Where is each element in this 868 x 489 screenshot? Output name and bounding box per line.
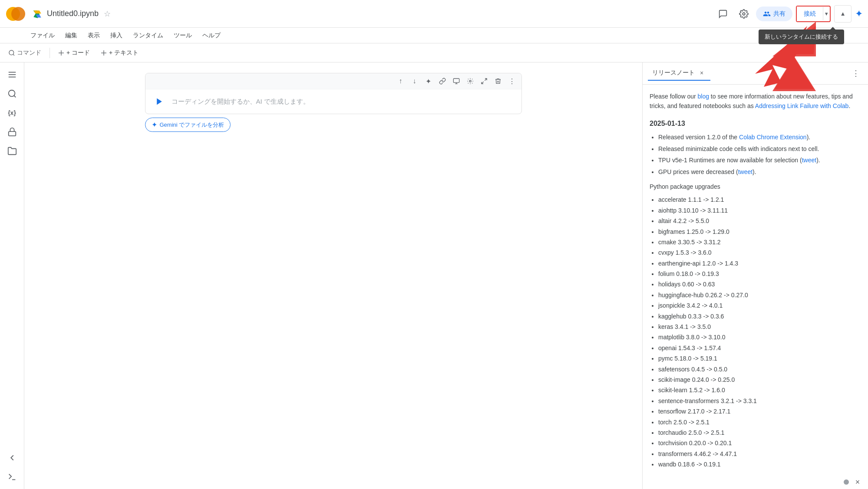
- cell-placeholder[interactable]: コーディングを開始するか、AI で生成します。: [172, 98, 310, 106]
- menu-view[interactable]: 表示: [83, 30, 104, 41]
- close-tab-button[interactable]: ×: [697, 69, 706, 77]
- gemini-icon[interactable]: ✦: [855, 8, 863, 20]
- pkg-item: torchaudio 2.5.0 -> 2.5.1: [658, 428, 861, 437]
- pkg-item: scikit-learn 1.5.2 -> 1.6.0: [658, 385, 861, 395]
- svg-rect-14: [453, 79, 459, 82]
- panel-more-button[interactable]: ⋮: [849, 66, 863, 80]
- pkg-item: pymc 5.18.0 -> 5.19.1: [658, 354, 861, 363]
- star-icon[interactable]: ☆: [104, 9, 111, 19]
- sidebar-secrets-icon[interactable]: [3, 123, 21, 141]
- package-list: accelerate 1.1.1 -> 1.2.1 aiohttp 3.10.1…: [650, 195, 861, 469]
- file-title[interactable]: Untitled0.ipynb: [47, 9, 99, 18]
- colab-logo: [5, 3, 26, 24]
- svg-point-1: [11, 7, 25, 21]
- colab-link[interactable]: Addressing Link Failure with Colab: [755, 102, 849, 109]
- intro-text: Please follow our: [650, 93, 698, 100]
- cell-expand-button[interactable]: [478, 75, 490, 87]
- add-code-button[interactable]: + コード: [53, 47, 94, 59]
- panel-tab-release-notes[interactable]: リリースノート ×: [648, 66, 710, 81]
- drive-icon: [31, 7, 43, 20]
- code-cell: ↑ ↓ ✦: [145, 73, 522, 114]
- pkg-item: scikit-image 0.24.0 -> 0.25.0: [658, 375, 861, 384]
- panel-content: Please follow our blog to see more infor…: [643, 85, 868, 489]
- pkg-item: sentence-transformers 3.2.1 -> 3.3.1: [658, 396, 861, 406]
- extension-link[interactable]: Colab Chrome Extension: [739, 134, 807, 141]
- pkg-item: transformers 4.46.2 -> 4.47.1: [658, 449, 861, 459]
- pkg-item: torch 2.5.0 -> 2.5.1: [658, 417, 861, 427]
- menu-runtime[interactable]: ランタイム: [129, 30, 168, 41]
- blog-link[interactable]: blog: [698, 93, 709, 100]
- svg-rect-5: [59, 53, 64, 53]
- cell-ai-button[interactable]: ✦: [422, 75, 435, 87]
- svg-point-2: [743, 13, 745, 15]
- connect-dropdown[interactable]: ▾: [823, 7, 830, 20]
- menu-file[interactable]: ファイル: [26, 30, 59, 41]
- sidebar-files-icon[interactable]: [3, 142, 21, 160]
- status-dot: [844, 479, 849, 485]
- sidebar-search-icon[interactable]: [3, 85, 21, 102]
- svg-rect-7: [101, 53, 106, 53]
- search-command[interactable]: コマンド: [3, 47, 46, 59]
- menubar: ファイル 編集 表示 挿入 ランタイム ツール ヘルプ: [0, 28, 868, 43]
- header-actions: 共有 接続 ▾ ▲ ✦: [714, 5, 863, 23]
- sidebar-expand-icon[interactable]: [3, 449, 21, 466]
- cell-delete-button[interactable]: [492, 75, 504, 87]
- gpu-tweet-link[interactable]: tweet: [738, 168, 752, 175]
- pkg-item: earthengine-api 1.2.0 -> 1.4.3: [658, 259, 861, 268]
- sidebar-terminal-icon[interactable]: [3, 468, 21, 486]
- pkg-item: kagglehub 0.3.3 -> 0.3.6: [658, 312, 861, 321]
- bottom-close-button[interactable]: ×: [852, 477, 863, 487]
- gemini-analyze-button[interactable]: ✦ Gemini でファイルを分析: [145, 118, 231, 132]
- bottom-bar: ×: [838, 475, 868, 489]
- cell-more-button[interactable]: ⋮: [506, 75, 518, 87]
- cell-down-button[interactable]: ↓: [409, 75, 421, 87]
- menu-tools[interactable]: ツール: [169, 30, 196, 41]
- svg-marker-20: [157, 98, 162, 105]
- svg-point-17: [469, 80, 471, 82]
- upgrade-title: Python package upgrades: [650, 182, 861, 191]
- settings-button[interactable]: [735, 5, 752, 23]
- tooltip-popup: 新しいランタイムに接続する: [759, 30, 844, 44]
- pkg-item: accelerate 1.1.1 -> 1.2.1: [658, 195, 861, 204]
- connect-button[interactable]: 接続: [797, 7, 823, 21]
- main-area: {x}: [0, 62, 868, 489]
- pkg-item: jsonpickle 3.4.2 -> 4.0.1: [658, 301, 861, 310]
- release-item-3: GPU prices were decreased (tweet).: [658, 167, 861, 177]
- release-item-1: Released minimizable code cells with ind…: [658, 144, 861, 154]
- connect-button-area: 接続 ▾: [796, 6, 831, 22]
- run-button[interactable]: [152, 95, 166, 108]
- pkg-item: wandb 0.18.6 -> 0.19.1: [658, 459, 861, 469]
- pkg-item: tensorflow 2.17.0 -> 2.17.1: [658, 407, 861, 416]
- pkg-item: bigframes 1.25.0 -> 1.29.0: [658, 227, 861, 236]
- tpu-tweet-link[interactable]: tweet: [802, 157, 816, 164]
- comment-button[interactable]: [714, 5, 732, 23]
- sidebar-variables-icon[interactable]: {x}: [3, 104, 21, 121]
- add-text-button[interactable]: + テキスト: [96, 47, 143, 59]
- pkg-item: keras 3.4.1 -> 3.5.0: [658, 322, 861, 331]
- menu-edit[interactable]: 編集: [61, 30, 82, 41]
- cell-code-button[interactable]: [450, 75, 462, 87]
- release-date: 2025-01-13: [650, 118, 861, 129]
- cell-link-button[interactable]: [436, 75, 449, 87]
- cell-settings-button[interactable]: [464, 75, 476, 87]
- menu-insert[interactable]: 挿入: [106, 30, 127, 41]
- add-text-label: + テキスト: [109, 49, 139, 57]
- svg-rect-12: [8, 131, 16, 136]
- panel-tab-label: リリースノート: [652, 69, 695, 77]
- add-code-label: + コード: [66, 49, 90, 57]
- tooltip-text: 新しいランタイムに接続する: [765, 33, 838, 40]
- pkg-item: huggingface-hub 0.26.2 -> 0.27.0: [658, 290, 861, 300]
- cell-body[interactable]: コーディングを開始するか、AI で生成します。: [145, 89, 521, 114]
- menu-help[interactable]: ヘルプ: [198, 30, 225, 41]
- collapse-button[interactable]: ▲: [834, 5, 851, 23]
- svg-point-3: [9, 50, 14, 55]
- header: Untitled0.ipynb ☆ 共有 接続 ▾ ▲ ✦: [0, 0, 868, 28]
- pkg-item: altair 4.2.2 -> 5.5.0: [658, 216, 861, 226]
- sidebar-toc-icon[interactable]: [3, 66, 21, 83]
- svg-line-19: [482, 82, 484, 84]
- release-item-2: TPU v5e-1 Runtimes are now available for…: [658, 155, 861, 165]
- cell-up-button[interactable]: ↑: [395, 75, 407, 87]
- share-button[interactable]: 共有: [756, 7, 792, 21]
- pkg-item: matplotlib 3.8.0 -> 3.10.0: [658, 332, 861, 342]
- release-list: Released version 1.2.0 of the Colab Chro…: [650, 132, 861, 177]
